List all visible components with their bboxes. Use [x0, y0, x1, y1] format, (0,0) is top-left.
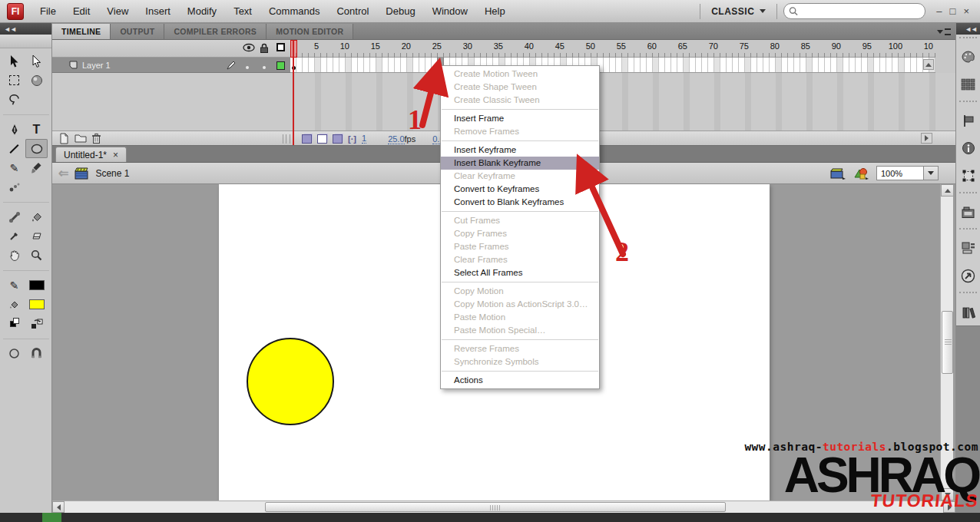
divider-grip[interactable]: [283, 134, 290, 144]
dock-gripper[interactable]: [959, 37, 977, 43]
zoom-tool[interactable]: [25, 246, 48, 265]
text-tool[interactable]: T: [25, 120, 48, 139]
context-item-convert-to-blank-keyframes[interactable]: Convert to Blank Keyframes: [441, 196, 599, 209]
layer-row[interactable]: Layer 1: [52, 58, 290, 73]
pen-tool[interactable]: [3, 120, 25, 139]
maximize-button[interactable]: □: [950, 5, 956, 17]
search-input[interactable]: [801, 6, 920, 17]
dock-gripper[interactable]: [959, 228, 977, 234]
menu-item-modify[interactable]: Modify: [179, 2, 225, 20]
new-layer-button[interactable]: [58, 133, 70, 144]
dock-gripper[interactable]: [959, 292, 977, 298]
stage-zoom-control[interactable]: 100%: [876, 166, 939, 180]
collapse-dock-icon[interactable]: ◄◄: [956, 23, 980, 35]
free-transform-tool[interactable]: [3, 71, 25, 90]
context-item-insert-frame[interactable]: Insert Frame: [441, 112, 599, 125]
onion-skin-outlines-button[interactable]: [333, 134, 343, 144]
magnet-button[interactable]: [25, 344, 48, 363]
layer-name[interactable]: Layer 1: [82, 61, 111, 70]
transform-panel-button[interactable]: [956, 162, 980, 190]
search-box[interactable]: [783, 3, 925, 19]
stroke-color-swatch[interactable]: [25, 276, 48, 295]
layer-lock-dot[interactable]: [263, 66, 266, 69]
zoom-dropdown-button[interactable]: [924, 166, 939, 180]
menu-item-help[interactable]: Help: [476, 2, 514, 20]
dock-gripper[interactable]: [959, 101, 977, 107]
context-item-actions[interactable]: Actions: [441, 374, 599, 387]
brush-tool[interactable]: [25, 158, 48, 177]
back-button[interactable]: ⇐: [58, 166, 68, 180]
components-panel-button[interactable]: [956, 234, 980, 262]
panel-tab-motion-editor[interactable]: MOTION EDITOR: [267, 24, 353, 39]
menu-item-window[interactable]: Window: [424, 2, 476, 20]
color-panel-button[interactable]: [956, 43, 980, 71]
panel-drag-area[interactable]: [0, 35, 51, 48]
vertical-scroll-thumb[interactable]: [942, 311, 953, 374]
dock-gripper[interactable]: [959, 192, 977, 198]
new-folder-button[interactable]: [74, 133, 87, 144]
context-item-convert-to-keyframes[interactable]: Convert to Keyframes: [441, 183, 599, 196]
menu-item-edit[interactable]: Edit: [65, 2, 98, 20]
menu-item-view[interactable]: View: [98, 2, 137, 20]
center-frame-button[interactable]: [302, 134, 312, 144]
menu-item-debug[interactable]: Debug: [377, 2, 423, 20]
swatches-panel-button[interactable]: [956, 71, 980, 98]
eraser-tool[interactable]: [25, 226, 48, 246]
deco-tool[interactable]: [3, 177, 25, 197]
horizontal-scroll-thumb[interactable]: [265, 502, 726, 512]
onion-skin-button[interactable]: [317, 134, 327, 144]
lock-layers-icon[interactable]: [260, 43, 269, 54]
layer-frames-strip[interactable]: [290, 58, 935, 73]
context-item-select-all-frames[interactable]: Select All Frames: [441, 266, 599, 279]
menu-item-file[interactable]: File: [31, 2, 65, 20]
panel-menu-icon[interactable]: [937, 27, 951, 36]
panel-tab-timeline[interactable]: TIMELINE: [52, 24, 111, 39]
library-panel-button[interactable]: [956, 198, 980, 226]
menu-item-commands[interactable]: Commands: [260, 2, 328, 20]
document-tab[interactable]: Untitled-1* ×: [55, 147, 127, 162]
zoom-value[interactable]: 100%: [876, 166, 924, 180]
line-tool[interactable]: [3, 139, 25, 158]
context-item-insert-keyframe[interactable]: Insert Keyframe: [441, 144, 599, 157]
3d-rotation-tool[interactable]: [25, 71, 48, 90]
snap-to-objects-button[interactable]: [3, 344, 25, 363]
show-hide-layers-icon[interactable]: [243, 43, 255, 52]
scroll-left-button[interactable]: [52, 501, 65, 513]
info-panel-button[interactable]: [956, 134, 980, 162]
lasso-tool[interactable]: [3, 90, 25, 109]
minimize-button[interactable]: –: [936, 5, 942, 17]
flash-app-icon[interactable]: Fl: [7, 3, 24, 20]
fill-color-swatch[interactable]: [25, 295, 48, 314]
close-button[interactable]: ×: [963, 5, 969, 17]
close-document-icon[interactable]: ×: [113, 150, 118, 160]
scroll-up-button[interactable]: [941, 184, 954, 197]
hand-tool[interactable]: [3, 246, 25, 265]
collapse-panel-icon[interactable]: ◄◄: [0, 23, 51, 35]
edit-symbols-button[interactable]: [853, 167, 869, 180]
layer-visible-dot[interactable]: [246, 66, 249, 69]
layer-outline-color[interactable]: [276, 61, 285, 70]
help-panel-button[interactable]: [956, 298, 980, 325]
subselection-tool[interactable]: [25, 51, 48, 71]
default-colors-button[interactable]: [3, 314, 25, 333]
menu-item-insert[interactable]: Insert: [137, 2, 179, 20]
menu-item-control[interactable]: Control: [328, 2, 377, 20]
paint-bucket-tool[interactable]: [25, 207, 48, 226]
menu-item-text[interactable]: Text: [225, 2, 260, 20]
delete-layer-button[interactable]: [91, 133, 101, 144]
eyedropper-tool[interactable]: [3, 226, 25, 246]
bone-tool[interactable]: [3, 207, 25, 226]
context-item-insert-blank-keyframe[interactable]: Insert Blank Keyframe: [441, 157, 599, 170]
swap-colors-button[interactable]: [25, 314, 48, 333]
frames-scroll-up-button[interactable]: [923, 59, 934, 70]
align-panel-button[interactable]: [956, 107, 980, 134]
timeline-scroll-right-button[interactable]: [921, 133, 932, 144]
panel-tab-output[interactable]: OUTPUT: [111, 24, 164, 39]
yellow-circle-shape[interactable]: [247, 338, 334, 425]
current-frame-value[interactable]: 1: [362, 134, 366, 144]
outline-layers-icon[interactable]: [276, 43, 285, 51]
frame-rate-value[interactable]: 25.0: [388, 134, 404, 144]
edit-scene-button[interactable]: [830, 167, 846, 180]
panel-tab-compiler-errors[interactable]: COMPILER ERRORS: [164, 24, 267, 39]
selection-tool[interactable]: [3, 51, 25, 71]
